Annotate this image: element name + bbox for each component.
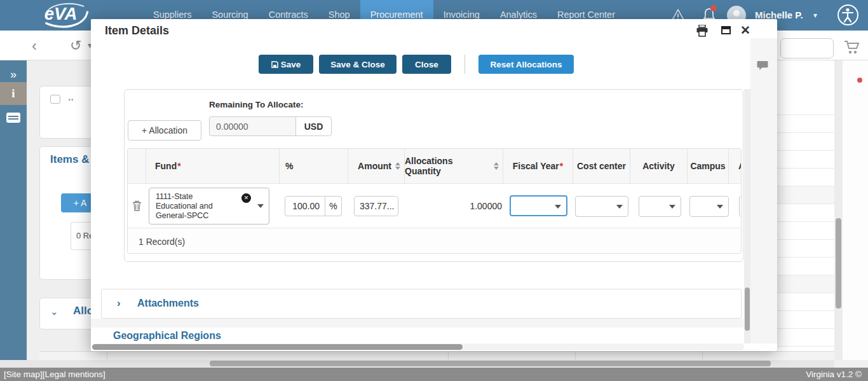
record-count: 1 Record(s): [128, 228, 742, 254]
collapse-sidebar-icon[interactable]: »: [0, 68, 27, 81]
percent-unit-label: %: [325, 196, 342, 216]
print-icon[interactable]: [696, 25, 709, 39]
required-asterisk: *: [560, 161, 563, 171]
modal-horizontal-scrollbar-thumb[interactable]: [92, 344, 463, 350]
percent-input[interactable]: [285, 196, 325, 216]
geographical-regions-heading: Geographical Regions: [113, 330, 221, 342]
sidebar-item-list-icon[interactable]: [6, 113, 20, 127]
sort-icon[interactable]: [395, 162, 400, 170]
clear-fund-icon[interactable]: ✕: [241, 193, 251, 203]
chevron-right-icon: ›: [117, 297, 121, 310]
column-header-actions: [128, 149, 146, 183]
alert-badge: [857, 78, 862, 83]
amount-input[interactable]: [354, 196, 398, 216]
remaining-to-allocate-label: Remaining To Allocate:: [209, 100, 304, 109]
back-icon[interactable]: ‹: [32, 31, 37, 60]
eva-logo-graphic: eVA: [35, 1, 93, 30]
bg-table-header-strip: [39, 351, 834, 360]
button-divider: [465, 55, 465, 74]
delete-row-icon[interactable]: [132, 200, 142, 214]
modal-title: Item Details: [105, 24, 169, 38]
bg-dots: ..: [68, 92, 74, 103]
fiscal-year-select[interactable]: [510, 195, 567, 216]
clipped-select[interactable]: [739, 196, 742, 217]
bg-right-margin: [843, 60, 868, 360]
column-header-amount[interactable]: Amount: [348, 149, 405, 183]
user-menu-caret-icon[interactable]: ▾: [813, 0, 817, 31]
fund-caret-icon: [257, 204, 264, 208]
cart-icon[interactable]: [844, 39, 862, 59]
column-header-percent[interactable]: %: [280, 149, 348, 183]
allocation-table-row: 1111-State Educational and General-SPCC …: [128, 183, 742, 228]
items-heading: Items &: [50, 153, 89, 166]
sort-icon[interactable]: [494, 162, 499, 170]
column-header-cost-center[interactable]: Cost center: [573, 149, 630, 183]
column-header-fiscal-year[interactable]: Fiscal Year*: [503, 149, 573, 183]
sidebar-item-info[interactable]: i: [0, 82, 27, 105]
modal-right-rail: [750, 38, 777, 343]
comment-bubble-icon[interactable]: [757, 60, 768, 73]
close-button[interactable]: Close: [402, 55, 451, 74]
left-sidebar: » i: [0, 60, 27, 360]
maximize-icon[interactable]: [721, 26, 731, 34]
search-input[interactable]: [780, 38, 834, 59]
statusbar-links[interactable]: [Site map][Legal mentions]: [4, 370, 105, 379]
allocations-panel: Remaining To Allocate: USD + Allocation …: [124, 89, 743, 262]
close-modal-icon[interactable]: ✕: [740, 23, 750, 38]
bg-right-table: [777, 60, 834, 360]
column-header-allocations-quantity[interactable]: Allocations Quantity: [405, 149, 503, 183]
campus-select[interactable]: [689, 196, 729, 217]
status-bar: [Site map][Legal mentions] Virginia v1.2…: [0, 368, 868, 381]
page-vertical-scrollbar[interactable]: [834, 60, 843, 360]
add-allocation-button[interactable]: + Allocation: [128, 120, 201, 141]
attachments-section[interactable]: › Attachments: [101, 289, 742, 319]
page-horizontal-scrollbar-thumb[interactable]: [210, 361, 771, 366]
remaining-to-allocate-input[interactable]: [209, 116, 296, 136]
eva-logo-text: eVA: [44, 4, 78, 24]
column-header-fund[interactable]: Fund*: [146, 149, 280, 183]
page-vertical-scrollbar-thumb[interactable]: [836, 218, 841, 308]
allocations-table: Fund* % Amount Allocations Quantity Fisc…: [127, 148, 742, 254]
fund-value: 1111-State Educational and General-SPCC: [156, 192, 235, 220]
modal-vertical-scrollbar-thumb[interactable]: [745, 287, 750, 331]
history-icon[interactable]: ↺: [70, 31, 81, 60]
column-header-activity[interactable]: Activity: [630, 149, 688, 183]
save-and-close-button[interactable]: Save & Close: [319, 55, 397, 74]
reset-allocations-button[interactable]: Reset Allocations: [478, 55, 574, 74]
save-button[interactable]: Save: [259, 55, 313, 74]
bg-checkbox[interactable]: [50, 95, 60, 104]
cost-center-select[interactable]: [575, 196, 628, 217]
application-window: eVA Suppliers Sourcing Contracts Shop Pr…: [0, 0, 868, 381]
page-horizontal-scrollbar[interactable]: [0, 360, 834, 368]
quantity-value: 1.00000: [405, 201, 502, 211]
chevron-down-icon: ⌄: [50, 306, 58, 317]
save-button-label: Save: [281, 60, 301, 69]
attachments-heading: Attachments: [137, 298, 199, 309]
eva-logo[interactable]: eVA: [35, 1, 93, 30]
statusbar-version: Virginia v1.2 ©: [806, 370, 862, 379]
activity-select[interactable]: [639, 196, 681, 217]
currency-label: USD: [295, 116, 332, 136]
column-header-campus[interactable]: Campus: [688, 149, 729, 183]
section-gap: [91, 319, 750, 328]
notification-badge: [710, 5, 717, 11]
required-asterisk: *: [177, 161, 180, 171]
accessibility-icon[interactable]: [837, 4, 858, 25]
fund-select[interactable]: 1111-State Educational and General-SPCC …: [149, 188, 269, 225]
item-details-modal: Item Details ✕ Save Save & Close Close R…: [91, 19, 777, 351]
column-header-clipped[interactable]: A: [729, 149, 742, 183]
